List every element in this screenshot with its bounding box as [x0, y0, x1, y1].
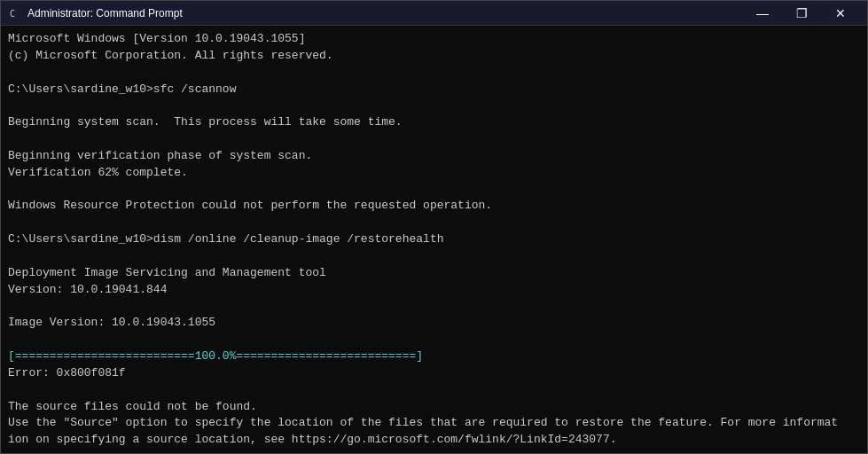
terminal-line: Beginning verification phase of system s…: [8, 148, 860, 165]
terminal-line: Verification 62% complete.: [8, 165, 860, 182]
terminal-line: [8, 182, 860, 199]
terminal-line: [8, 382, 860, 399]
title-bar: C Administrator: Command Prompt — ❐ ✕: [1, 1, 867, 26]
terminal-line: Version: 10.0.19041.844: [8, 282, 860, 299]
terminal-line: [==========================100.0%=======…: [8, 348, 860, 365]
terminal-line: [8, 449, 860, 453]
terminal-line: Windows Resource Protection could not pe…: [8, 198, 860, 215]
terminal-line: ion on specifying a source location, see…: [8, 432, 860, 449]
terminal-output[interactable]: Microsoft Windows [Version 10.0.19043.10…: [1, 26, 867, 453]
terminal-line: [8, 299, 860, 316]
title-bar-left: C Administrator: Command Prompt: [8, 6, 183, 20]
maximize-button[interactable]: ❐: [782, 1, 821, 26]
terminal-line: Beginning system scan. This process will…: [8, 114, 860, 131]
terminal-line: [8, 248, 860, 265]
terminal-line: [8, 215, 860, 231]
svg-text:C: C: [10, 9, 15, 19]
terminal-line: (c) Microsoft Corporation. All rights re…: [8, 48, 860, 65]
window-title: Administrator: Command Prompt: [27, 7, 183, 20]
terminal-line: Image Version: 10.0.19043.1055: [8, 315, 860, 332]
close-button[interactable]: ✕: [821, 1, 860, 26]
terminal-line: C:\Users\sardine_w10>sfc /scannow: [8, 82, 860, 98]
terminal-line: Deployment Image Servicing and Managemen…: [8, 265, 860, 282]
cmd-icon: C: [8, 6, 22, 20]
terminal-line: The source files could not be found.: [8, 399, 860, 416]
window-controls: — ❐ ✕: [743, 1, 860, 26]
terminal-line: [8, 98, 860, 114]
terminal-line: C:\Users\sardine_w10>dism /online /clean…: [8, 231, 860, 248]
cmd-window: C Administrator: Command Prompt — ❐ ✕ Mi…: [0, 0, 868, 454]
terminal-line: [8, 131, 860, 148]
terminal-line: Use the "Source" option to specify the l…: [8, 415, 860, 432]
terminal-line: Microsoft Windows [Version 10.0.19043.10…: [8, 31, 860, 48]
terminal-line: Error: 0x800f081f: [8, 365, 860, 382]
terminal-line: [8, 332, 860, 348]
minimize-button[interactable]: —: [743, 1, 782, 26]
terminal-line: [8, 65, 860, 82]
